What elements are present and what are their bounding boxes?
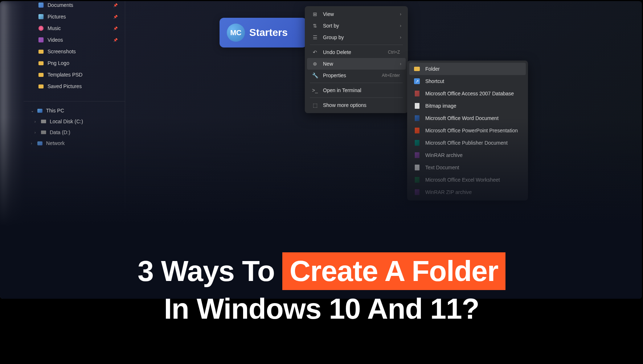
sidebar-item-videos[interactable]: Videos 📌 (24, 34, 125, 46)
submenu-item-excel[interactable]: Microsoft Office Excel Worksheet (409, 174, 526, 186)
tree-label: Data (D:) (50, 129, 70, 135)
menu-item-properties[interactable]: 🔧 Properties Alt+Enter (307, 70, 406, 81)
menu-label: Open in Terminal (323, 87, 401, 93)
title-overlay: 3 Ways To Create A Folder In Windows 10 … (0, 252, 643, 328)
folder-icon (38, 83, 44, 89)
tree-item-local-disk[interactable]: › Local Disk (C:) (24, 116, 125, 127)
tree-item-data-disk[interactable]: › Data (D:) (24, 127, 125, 138)
menu-label: View (323, 11, 400, 17)
sidebar-item-music[interactable]: Music 📌 (24, 22, 125, 34)
group-icon: ☰ (311, 34, 319, 40)
menu-item-view[interactable]: ⊞ View › (307, 8, 406, 20)
access-icon (414, 90, 420, 97)
word-icon (414, 115, 420, 121)
sidebar-item-screenshots[interactable]: Screenshots (24, 46, 125, 57)
pin-icon: 📌 (113, 15, 118, 19)
sidebar-item-png-logo[interactable]: Png Logo (24, 57, 125, 69)
sidebar-label: Screenshots (48, 49, 76, 54)
pictures-icon (38, 14, 44, 20)
submenu-label: Text Document (425, 165, 459, 170)
logo-text: Starters (249, 27, 288, 38)
logo-initials: MC (230, 29, 241, 37)
menu-item-open-terminal[interactable]: >_ Open in Terminal (307, 84, 406, 96)
chevron-right-icon: › (400, 35, 401, 40)
disk-icon (41, 120, 46, 123)
menu-item-sort-by[interactable]: ⇅ Sort by › (307, 20, 406, 32)
publisher-icon (414, 140, 420, 146)
menu-label: Sort by (323, 23, 400, 29)
winrar-icon (414, 152, 420, 158)
menu-divider (310, 83, 403, 83)
submenu-label: Microsoft Office Access 2007 Database (425, 91, 514, 96)
submenu-item-word[interactable]: Microsoft Office Word Document (409, 112, 526, 124)
winrar-zip-icon (414, 189, 420, 195)
sort-icon: ⇅ (311, 23, 319, 29)
sidebar-label: Png Logo (48, 60, 69, 66)
chevron-right-icon: › (400, 23, 401, 28)
tree-item-network[interactable]: › Network (24, 138, 125, 149)
powerpoint-icon (414, 127, 420, 134)
menu-label: Show more options (323, 102, 401, 108)
tree-item-this-pc[interactable]: ⌄ This PC (24, 105, 125, 116)
sidebar-label: Music (48, 25, 61, 31)
chevron-right-icon: › (400, 12, 401, 17)
sidebar-label: Saved Pictures (48, 83, 82, 89)
folder-icon (414, 66, 420, 72)
chevron-right-icon: › (31, 141, 37, 145)
chevron-right-icon: › (34, 120, 41, 124)
submenu-label: WinRAR archive (425, 152, 463, 158)
menu-label: Undo Delete (323, 49, 388, 55)
videos-icon (38, 37, 44, 43)
menu-label: Properties (323, 73, 382, 78)
submenu-item-publisher[interactable]: Microsoft Office Publisher Document (409, 137, 526, 149)
sidebar-item-documents[interactable]: Documents 📌 (24, 1, 125, 11)
submenu-item-bitmap[interactable]: Bitmap image (409, 100, 526, 112)
bitmap-icon (414, 103, 420, 109)
submenu-label: Microsoft Office PowerPoint Presentation (425, 128, 518, 133)
submenu-item-text[interactable]: Text Document (409, 161, 526, 174)
pin-icon: 📌 (113, 3, 118, 7)
submenu-item-powerpoint[interactable]: Microsoft Office PowerPoint Presentation (409, 124, 526, 137)
tree-label: Local Disk (C:) (50, 119, 83, 124)
menu-item-show-more[interactable]: ⬚ Show more options (307, 99, 406, 111)
sidebar-label: Pictures (48, 14, 66, 20)
menu-item-undo-delete[interactable]: ↶ Undo Delete Ctrl+Z (307, 46, 406, 58)
sidebar-label: Templates PSD (48, 72, 82, 78)
properties-icon: 🔧 (311, 73, 319, 78)
chevron-down-icon: ⌄ (31, 109, 37, 113)
pc-icon (37, 109, 42, 113)
submenu-label: Microsoft Office Publisher Document (425, 140, 508, 146)
submenu-item-winrar-zip[interactable]: WinRAR ZIP archive (409, 186, 526, 198)
submenu-item-winrar[interactable]: WinRAR archive (409, 149, 526, 161)
submenu-label: Microsoft Office Excel Worksheet (425, 177, 500, 183)
menu-divider (310, 45, 403, 45)
submenu-label: WinRAR ZIP archive (425, 189, 472, 195)
mc-starters-logo: MC Starters (220, 18, 307, 47)
sidebar-label: Videos (48, 37, 63, 43)
shortcut-icon: ↗ (414, 78, 420, 84)
view-icon: ⊞ (311, 11, 319, 17)
disk-icon (41, 131, 46, 134)
menu-shortcut: Alt+Enter (382, 73, 400, 78)
title-text: 3 Ways To Create A Folder In Windows 10 … (0, 252, 643, 328)
terminal-icon: >_ (311, 87, 319, 93)
title-part1: 3 Ways To (138, 255, 282, 287)
menu-label: New (323, 61, 400, 67)
submenu-item-folder[interactable]: Folder (409, 63, 526, 75)
sidebar-item-templates[interactable]: Templates PSD (24, 69, 125, 80)
chevron-right-icon: › (34, 131, 41, 135)
network-icon (37, 141, 42, 145)
sidebar-item-pictures[interactable]: Pictures 📌 (24, 11, 125, 22)
submenu-item-access[interactable]: Microsoft Office Access 2007 Database (409, 87, 526, 100)
chevron-right-icon: › (400, 61, 401, 66)
title-line2: In Windows 10 And 11? (164, 293, 479, 325)
submenu-item-shortcut[interactable]: ↗ Shortcut (409, 75, 526, 87)
documents-icon (38, 2, 44, 8)
menu-item-group-by[interactable]: ☰ Group by › (307, 32, 406, 43)
sidebar-item-saved-pictures[interactable]: Saved Pictures (24, 80, 125, 92)
folder-icon (38, 60, 44, 66)
sidebar-tree-section: ⌄ This PC › Local Disk (C:) › Data (D:) … (24, 101, 125, 149)
submenu-label: Folder (425, 66, 440, 72)
menu-item-new[interactable]: ⊕ New › (307, 58, 406, 70)
excel-icon (414, 177, 420, 183)
